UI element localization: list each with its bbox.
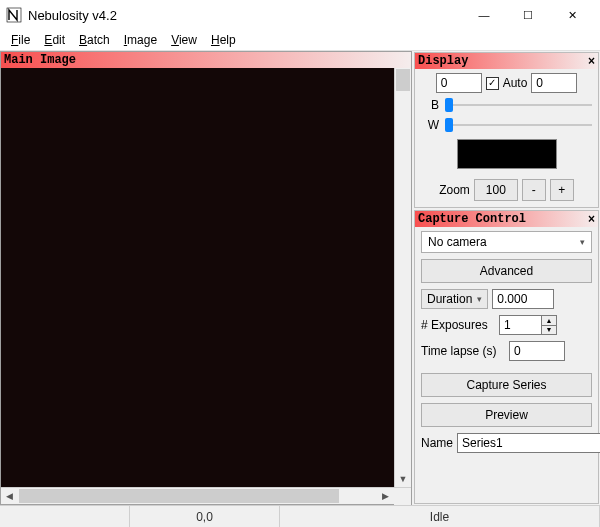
statusbar: 0,0 Idle xyxy=(0,505,600,527)
b-slider-label: B xyxy=(427,98,439,112)
advanced-button[interactable]: Advanced xyxy=(421,259,592,283)
display-panel: Display × ✓ Auto B W xyxy=(414,52,599,208)
main-image-title: Main Image xyxy=(4,53,76,67)
black-level-input[interactable] xyxy=(436,73,482,93)
timelapse-input[interactable] xyxy=(509,341,565,361)
main-image-header: Main Image xyxy=(1,52,411,68)
titlebar: Nebulosity v4.2 — ☐ ✕ xyxy=(0,0,600,30)
exposures-label: # Exposures xyxy=(421,318,495,332)
menu-image[interactable]: Image xyxy=(119,32,162,48)
white-slider[interactable] xyxy=(445,117,592,133)
window-title: Nebulosity v4.2 xyxy=(28,8,117,23)
menu-batch[interactable]: Batch xyxy=(74,32,115,48)
display-close-icon[interactable]: × xyxy=(588,54,595,68)
spinner-down-icon[interactable]: ▼ xyxy=(542,326,556,335)
name-label: Name xyxy=(421,436,453,450)
menu-help[interactable]: Help xyxy=(206,32,241,48)
status-coords: 0,0 xyxy=(130,506,280,527)
camera-selected-value: No camera xyxy=(428,235,487,249)
capture-series-button[interactable]: Capture Series xyxy=(421,373,592,397)
capture-title: Capture Control xyxy=(418,212,526,226)
menu-view[interactable]: View xyxy=(166,32,202,48)
vertical-scrollbar[interactable]: ▲ ▼ xyxy=(394,68,411,487)
horizontal-scrollbar[interactable]: ◀ ▶ xyxy=(1,487,411,504)
scroll-down-icon[interactable]: ▼ xyxy=(395,470,411,487)
menu-file[interactable]: File xyxy=(6,32,35,48)
hscroll-thumb[interactable] xyxy=(19,489,339,503)
zoom-value-button[interactable]: 100 xyxy=(474,179,518,201)
zoom-label: Zoom xyxy=(439,183,470,197)
chevron-down-icon: ▾ xyxy=(477,294,482,304)
menubar: File Edit Batch Image View Help xyxy=(0,30,600,51)
main-image-pane: Main Image ▲ ▼ ◀ ▶ xyxy=(0,51,412,505)
capture-panel: Capture Control × No camera ▾ Advanced D… xyxy=(414,210,599,504)
maximize-button[interactable]: ☐ xyxy=(506,1,550,29)
spinner-up-icon[interactable]: ▲ xyxy=(542,316,556,326)
capture-header: Capture Control × xyxy=(415,211,598,227)
status-cell-1 xyxy=(0,506,130,527)
display-title: Display xyxy=(418,54,468,68)
preview-button[interactable]: Preview xyxy=(421,403,592,427)
scroll-right-icon[interactable]: ▶ xyxy=(377,491,394,501)
status-state: Idle xyxy=(280,506,600,527)
zoom-out-button[interactable]: - xyxy=(522,179,546,201)
display-header: Display × xyxy=(415,53,598,69)
minimize-button[interactable]: — xyxy=(462,1,506,29)
exposures-input[interactable] xyxy=(499,315,541,335)
zoom-in-button[interactable]: + xyxy=(550,179,574,201)
white-level-input[interactable] xyxy=(531,73,577,93)
camera-select[interactable]: No camera ▾ xyxy=(421,231,592,253)
timelapse-label: Time lapse (s) xyxy=(421,344,505,358)
series-name-input[interactable] xyxy=(457,433,600,453)
preview-swatch xyxy=(457,139,557,169)
capture-close-icon[interactable]: × xyxy=(588,212,595,226)
auto-checkbox[interactable]: ✓ xyxy=(486,77,499,90)
app-icon xyxy=(6,7,22,23)
vscroll-thumb[interactable] xyxy=(396,69,410,91)
image-canvas[interactable] xyxy=(1,68,394,487)
scroll-corner xyxy=(394,488,411,505)
scroll-left-icon[interactable]: ◀ xyxy=(1,491,18,501)
chevron-down-icon: ▾ xyxy=(580,237,585,247)
duration-input[interactable] xyxy=(492,289,554,309)
menu-edit[interactable]: Edit xyxy=(39,32,70,48)
duration-select[interactable]: Duration ▾ xyxy=(421,289,488,309)
close-button[interactable]: ✕ xyxy=(550,1,594,29)
auto-label: Auto xyxy=(503,76,528,90)
exposures-spinner[interactable]: ▲ ▼ xyxy=(499,315,557,335)
duration-label: Duration xyxy=(427,292,472,306)
w-slider-label: W xyxy=(427,118,439,132)
black-slider[interactable] xyxy=(445,97,592,113)
